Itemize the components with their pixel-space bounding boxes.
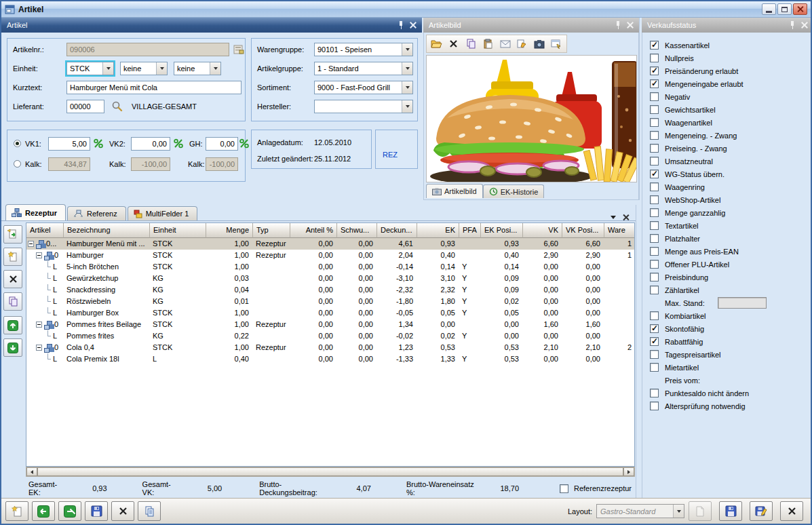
close-tab-icon[interactable] (623, 214, 629, 220)
insert-article-button[interactable] (3, 225, 22, 244)
checkbox[interactable] (650, 363, 659, 372)
move-down-button[interactable] (3, 338, 22, 357)
verkaufsstatus-item[interactable]: Kombiartikel (650, 309, 812, 322)
referenzrezeptur-checkbox[interactable] (560, 484, 568, 493)
checkbox[interactable] (650, 157, 659, 166)
recipe-row[interactable]: 0HamburgerSTCK1,00Rezeptur0,000,002,040,… (26, 250, 634, 261)
checkbox[interactable] (650, 311, 659, 320)
image-properties-button[interactable] (549, 37, 564, 52)
verkaufsstatus-item[interactable]: Umsatzneutral (650, 155, 812, 168)
column-header[interactable]: VK Posi... (562, 223, 604, 238)
checkbox[interactable] (650, 221, 659, 230)
recipe-row[interactable]: LSnackdressingKG0,040,000,00-2,322,32Y0,… (26, 284, 634, 296)
tab-artikelbild[interactable]: Artikelbild (426, 184, 483, 198)
recipe-row[interactable]: LHamburger BoxSTCK1,000,000,00-0,050,05Y… (26, 307, 634, 319)
gh-percent-icon[interactable] (239, 138, 249, 149)
column-header[interactable]: Ware (604, 223, 635, 238)
verkaufsstatus-item[interactable]: Tagespreisartikel (650, 348, 812, 361)
einheit-combo-2[interactable]: keine (120, 62, 168, 75)
column-header[interactable]: PFA (459, 223, 481, 238)
checkbox[interactable] (650, 247, 659, 256)
column-header[interactable]: Deckun... (377, 223, 417, 238)
pin-icon[interactable] (398, 21, 404, 29)
column-header[interactable]: EK (417, 223, 459, 238)
checkbox[interactable] (650, 208, 659, 217)
verkaufsstatus-item[interactable]: Preis vom: (650, 374, 812, 387)
layout-dropdown-button[interactable] (673, 505, 684, 518)
checkbox[interactable] (650, 170, 659, 178)
recipe-row[interactable]: LRöstzwiebelnKG0,010,000,00-1,801,80Y0,0… (26, 296, 634, 307)
layout-save-button[interactable] (719, 501, 742, 521)
checkbox[interactable] (650, 260, 659, 269)
checkbox[interactable] (650, 105, 659, 114)
checkbox[interactable] (650, 195, 659, 204)
checkbox[interactable] (650, 337, 659, 346)
vk2-field[interactable]: 0,00 (131, 137, 170, 151)
artikelbild-panel-header[interactable]: Artikelbild (423, 18, 639, 33)
email-image-button[interactable] (497, 37, 513, 52)
minimize-button[interactable] (762, 3, 776, 15)
verkaufsstatus-item[interactable]: Kassenartikel (650, 39, 812, 52)
einheit-2-dropdown-button[interactable] (156, 62, 167, 75)
recipe-row[interactable]: L5-inch BrötchenSTCK1,000,000,00-0,140,1… (26, 261, 634, 273)
verkaufsstatus-item[interactable]: Skontofähig (650, 322, 812, 335)
tab-referenz[interactable]: Referenz (67, 206, 126, 220)
previous-record-button[interactable] (32, 501, 55, 521)
new-record-button[interactable] (5, 501, 28, 521)
next-record-button[interactable] (58, 501, 81, 521)
checkbox[interactable] (650, 286, 659, 294)
checkbox[interactable] (650, 234, 659, 243)
kalk-radio[interactable] (14, 160, 21, 168)
column-header[interactable]: VK (523, 223, 562, 238)
verkaufsstatus-item[interactable]: Waagenartikel (650, 116, 812, 129)
copy-image-button[interactable] (463, 37, 479, 52)
checkbox[interactable] (650, 41, 659, 50)
verkaufsstatus-item[interactable]: Nullpreis (650, 52, 812, 64)
expander-icon[interactable] (36, 345, 42, 351)
artikelnr-options-button[interactable] (233, 43, 245, 56)
verkaufsstatus-item[interactable]: Preisänderung erlaubt (650, 64, 812, 77)
warengruppe-dropdown-button[interactable] (402, 43, 412, 56)
paste-image-button[interactable] (480, 37, 496, 52)
recipe-row[interactable]: 0...Hamburger Menü mit ...STCK1,00Rezept… (26, 238, 634, 250)
hersteller-combo[interactable] (314, 100, 413, 113)
verkaufsstatus-item[interactable]: Max. Stand: (650, 296, 812, 309)
checkbox[interactable] (650, 131, 659, 140)
checkbox[interactable] (650, 118, 659, 127)
panel-close-icon[interactable] (410, 22, 417, 28)
verkaufsstatus-item[interactable]: WebShop-Artikel (650, 193, 812, 206)
tab-ek-historie[interactable]: EK-Historie (483, 184, 545, 198)
verkaufsstatus-item[interactable]: Textartikel (650, 219, 812, 232)
recipe-row[interactable]: LPommes fritesKG0,220,000,00-0,020,02Y0,… (26, 330, 634, 342)
lieferant-search-button[interactable] (111, 100, 123, 112)
delete-row-button[interactable] (3, 270, 22, 288)
delete-image-button[interactable] (446, 37, 461, 52)
einheit-combo-1[interactable]: STCK (66, 62, 114, 75)
new-row-button[interactable] (3, 248, 22, 266)
layout-select[interactable]: Gastro-Standard (596, 504, 684, 518)
verkaufsstatus-item[interactable]: Mengeneing. - Zwang (650, 129, 812, 142)
layout-edit-button[interactable] (750, 501, 773, 521)
horizontal-scrollbar[interactable] (26, 467, 635, 477)
verkaufsstatus-item[interactable]: Menge aus Preis-EAN (650, 245, 812, 258)
verkaufsstatus-item[interactable]: Preisbindung (650, 271, 812, 284)
scroll-right-button[interactable] (623, 467, 634, 476)
save-button[interactable] (85, 501, 108, 521)
checkbox[interactable] (650, 350, 659, 359)
panel-close-icon[interactable] (801, 22, 808, 28)
checkbox[interactable] (650, 79, 659, 88)
layout-delete-button[interactable] (780, 501, 803, 521)
verkaufsstatus-item[interactable]: Punktesaldo nicht ändern (650, 387, 812, 400)
einheit-3-dropdown-button[interactable] (210, 62, 220, 75)
edit-image-button[interactable] (514, 37, 530, 52)
gh-field[interactable]: 0,00 (206, 137, 238, 151)
close-button[interactable] (793, 3, 807, 15)
verkaufsstatus-item[interactable]: Rabattfähig (650, 335, 812, 348)
sortiment-combo[interactable]: 9000 - Fast-Food Grill (314, 81, 413, 94)
expander-icon[interactable] (36, 252, 42, 258)
verkaufsstatus-item[interactable]: Altersprüfung notwendig (650, 400, 812, 412)
verkaufsstatus-item[interactable]: Preiseing. - Zwang (650, 142, 812, 155)
checkbox[interactable] (650, 54, 659, 62)
artikelgruppe-combo[interactable]: 1 - Standard (314, 62, 413, 75)
recipe-row[interactable]: 0Cola 0,4STCK1,00Rezeptur0,000,001,230,5… (26, 342, 634, 353)
